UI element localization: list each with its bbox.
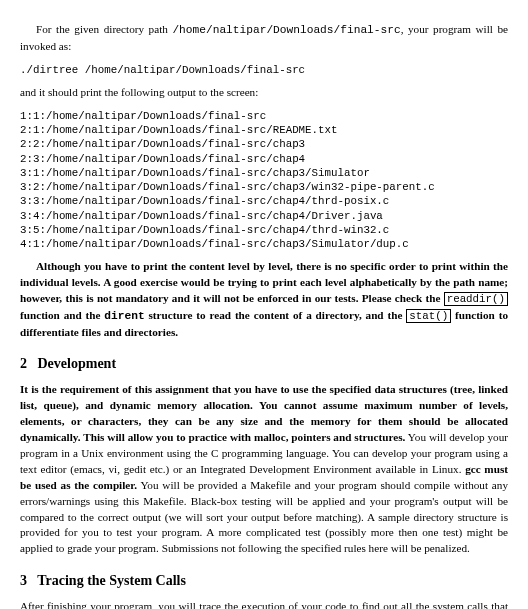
paragraph-1: Although you have to print the content l…	[20, 259, 508, 340]
section-3-paragraph: After finishing your program, you will t…	[20, 599, 508, 609]
invoke-command: ./dirtree /home/naltipar/Downloads/final…	[20, 63, 508, 77]
section-2-paragraph: It is the requirement of this assignment…	[20, 382, 508, 557]
intro-line1: For the given directory path /home/nalti…	[20, 22, 508, 55]
s3-text1: After finishing your program, you will t…	[20, 600, 508, 609]
section-2-heading: 2 Development	[20, 354, 508, 374]
p1-bold2: function and the	[20, 309, 104, 321]
readdir-box: readdir()	[444, 292, 508, 306]
section-2-num: 2	[20, 356, 27, 371]
intro-line2: and it should print the following output…	[20, 85, 508, 101]
section-3-heading: 3 Tracing the System Calls	[20, 571, 508, 591]
section-3-num: 3	[20, 573, 27, 588]
intro-path: /home/naltipar/Downloads/final-src	[172, 24, 400, 36]
intro-pre: For the given directory path	[36, 23, 172, 35]
section-2-title: Development	[38, 356, 117, 371]
p1-mono1: dirent	[104, 310, 144, 322]
p1-bold1: Although you have to print the content l…	[20, 260, 508, 304]
stat-box: stat()	[406, 309, 451, 323]
p1-bold3: structure to read the content of a direc…	[145, 309, 407, 321]
section-3-title: Tracing the System Calls	[37, 573, 186, 588]
output-block: 1:1:/home/naltipar/Downloads/final-src 2…	[20, 109, 508, 252]
